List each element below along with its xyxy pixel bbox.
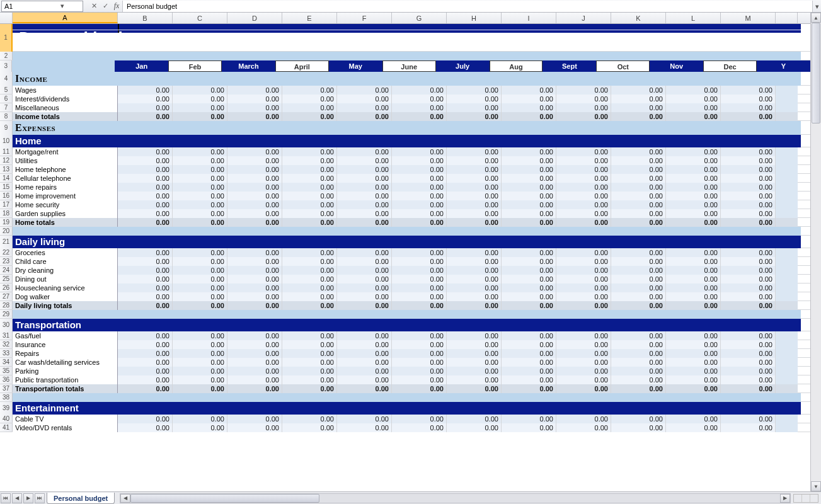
data-cell[interactable]: 0.00 (666, 209, 721, 218)
data-cell[interactable]: 0.00 (282, 147, 337, 156)
data-cell[interactable]: 0.00 (227, 103, 282, 112)
data-cell[interactable]: 0.00 (556, 349, 611, 358)
row-header[interactable]: 39 (0, 402, 13, 415)
data-cell[interactable]: 0.00 (556, 358, 611, 367)
data-cell[interactable]: 0.00 (282, 292, 337, 301)
row-header[interactable]: 30 (0, 319, 13, 331)
data-cell[interactable]: 0.00 (611, 165, 666, 174)
data-cell[interactable]: 0.00 (666, 349, 721, 358)
data-cell[interactable]: 0.00 (502, 183, 556, 192)
data-cell[interactable]: 0.00 (447, 284, 502, 292)
row-header[interactable]: 11 (0, 147, 13, 156)
data-cell[interactable]: 0.00 (118, 266, 173, 275)
data-cell[interactable]: 0.00 (502, 248, 556, 257)
first-sheet-icon[interactable]: ⏮ (1, 493, 11, 503)
row-header[interactable]: 17 (0, 200, 13, 209)
data-cell[interactable]: 0.00 (227, 266, 282, 275)
data-cell[interactable]: 0.00 (118, 340, 173, 349)
data-cell[interactable]: 0.00 (666, 301, 721, 310)
data-cell[interactable]: 0.00 (447, 266, 502, 275)
data-cell[interactable]: 0.00 (337, 266, 392, 275)
data-cell[interactable]: 0.00 (173, 349, 227, 358)
column-header-K[interactable]: K (611, 13, 666, 23)
data-cell[interactable]: 0.00 (611, 174, 666, 183)
data-cell[interactable]: 0.00 (721, 156, 776, 165)
data-cell[interactable]: 0.00 (227, 112, 282, 121)
data-cell[interactable]: 0.00 (118, 218, 173, 227)
data-cell[interactable]: 0.00 (173, 103, 227, 112)
data-cell[interactable]: 0.00 (282, 103, 337, 112)
data-cell[interactable]: 0.00 (447, 423, 502, 432)
cancel-icon[interactable]: ✕ (88, 2, 100, 10)
expand-formula-bar-icon[interactable]: ▾ (812, 1, 821, 12)
data-cell[interactable]: 0.00 (227, 156, 282, 165)
data-cell[interactable]: 0.00 (502, 292, 556, 301)
data-cell[interactable]: 0.00 (502, 200, 556, 209)
data-cell[interactable]: 0.00 (611, 275, 666, 284)
data-cell[interactable]: 0.00 (118, 248, 173, 257)
data-cell[interactable]: 0.00 (282, 156, 337, 165)
row-label[interactable]: Home improvement (13, 192, 118, 200)
data-cell[interactable]: 0.00 (721, 209, 776, 218)
row-header[interactable]: 1 (0, 24, 13, 52)
data-cell[interactable]: 0.00 (556, 340, 611, 349)
row-label[interactable]: Car wash/detailing services (13, 358, 118, 367)
data-cell[interactable]: 0.00 (447, 200, 502, 209)
data-cell[interactable]: 0.00 (611, 266, 666, 275)
data-cell[interactable]: 0.00 (118, 367, 173, 375)
column-header-A[interactable]: A (13, 13, 118, 23)
data-cell[interactable]: 0.00 (173, 284, 227, 292)
data-cell[interactable]: 0.00 (392, 165, 447, 174)
row-header[interactable]: 13 (0, 165, 13, 173)
data-cell[interactable]: 0.00 (392, 340, 447, 349)
data-cell[interactable]: 0.00 (227, 183, 282, 192)
data-cell[interactable]: 0.00 (611, 331, 666, 340)
data-cell[interactable]: 0.00 (173, 423, 227, 432)
sheet-tab[interactable]: Personal budget (47, 493, 115, 504)
data-cell[interactable]: 0.00 (118, 103, 173, 112)
row-header[interactable]: 15 (0, 183, 13, 191)
data-cell[interactable]: 0.00 (447, 375, 502, 384)
data-cell[interactable]: 0.00 (666, 112, 721, 121)
column-header-M[interactable]: M (721, 13, 776, 23)
data-cell[interactable]: 0.00 (721, 218, 776, 227)
data-cell[interactable]: 0.00 (227, 301, 282, 310)
data-cell[interactable]: 0.00 (118, 209, 173, 218)
data-cell[interactable]: 0.00 (118, 174, 173, 183)
data-cell[interactable]: 0.00 (556, 384, 611, 393)
data-cell[interactable]: 0.00 (556, 248, 611, 257)
row-header[interactable]: 7 (0, 103, 13, 112)
row-header[interactable]: 34 (0, 358, 13, 366)
data-cell[interactable]: 0.00 (227, 218, 282, 227)
data-cell[interactable]: 0.00 (118, 284, 173, 292)
data-cell[interactable]: 0.00 (556, 331, 611, 340)
data-cell[interactable]: 0.00 (118, 375, 173, 384)
data-cell[interactable]: 0.00 (282, 94, 337, 103)
row-header[interactable]: 33 (0, 349, 13, 357)
data-cell[interactable]: 0.00 (721, 284, 776, 292)
row-header[interactable]: 12 (0, 156, 13, 164)
data-cell[interactable]: 0.00 (611, 94, 666, 103)
data-cell[interactable]: 0.00 (392, 415, 447, 423)
name-box-dropdown-icon[interactable]: ▾ (42, 2, 83, 10)
data-cell[interactable]: 0.00 (227, 248, 282, 257)
data-cell[interactable]: 0.00 (556, 156, 611, 165)
data-cell[interactable]: 0.00 (118, 415, 173, 423)
data-cell[interactable]: 0.00 (173, 218, 227, 227)
data-cell[interactable]: 0.00 (282, 86, 337, 94)
data-cell[interactable]: 0.00 (721, 266, 776, 275)
data-cell[interactable]: 0.00 (227, 275, 282, 284)
data-cell[interactable]: 0.00 (173, 275, 227, 284)
scroll-left-icon[interactable]: ◀ (120, 494, 130, 503)
data-cell[interactable]: 0.00 (447, 174, 502, 183)
data-cell[interactable]: 0.00 (173, 384, 227, 393)
data-cell[interactable]: 0.00 (721, 375, 776, 384)
data-cell[interactable]: 0.00 (392, 275, 447, 284)
row-header[interactable]: 28 (0, 301, 13, 309)
data-cell[interactable]: 0.00 (447, 183, 502, 192)
data-cell[interactable]: 0.00 (721, 165, 776, 174)
data-cell[interactable]: 0.00 (502, 192, 556, 200)
data-cell[interactable]: 0.00 (721, 112, 776, 121)
data-cell[interactable]: 0.00 (447, 275, 502, 284)
data-cell[interactable]: 0.00 (502, 275, 556, 284)
